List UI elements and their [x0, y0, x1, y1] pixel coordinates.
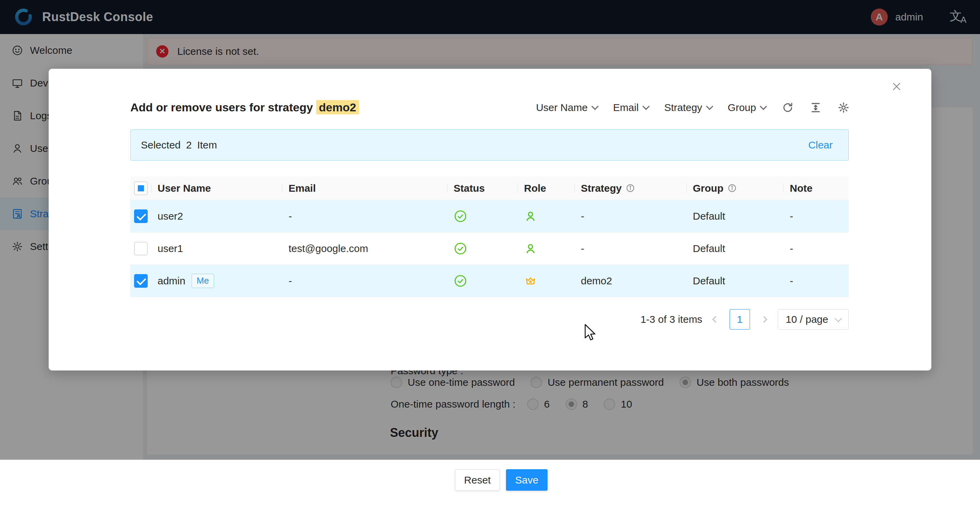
filter-label: Strategy	[664, 102, 702, 113]
check-circle-icon	[453, 242, 467, 255]
reset-button[interactable]: Reset	[455, 469, 500, 491]
check-circle-icon	[453, 274, 467, 288]
filter-label: Group	[728, 102, 756, 113]
cell-group: Default	[687, 265, 784, 297]
user-icon	[524, 242, 537, 255]
select-all-checkbox[interactable]	[134, 182, 148, 195]
selected-label: Selected	[141, 139, 181, 151]
next-page-button[interactable]	[760, 316, 767, 323]
me-badge: Me	[192, 274, 214, 288]
status-enabled-icon	[447, 200, 518, 232]
crown-icon	[524, 275, 537, 287]
filter-group[interactable]: Group	[728, 102, 766, 113]
table-row: admin Me - demo2 Default -	[130, 265, 849, 297]
dialog-title: Add or remove users for strategy demo2	[130, 101, 359, 114]
chevron-down-icon	[760, 102, 767, 110]
role-user-icon	[518, 233, 575, 265]
cell-note: -	[784, 265, 849, 297]
column-height-icon	[810, 102, 822, 114]
selected-item-label: Item	[197, 139, 217, 151]
row-checkbox[interactable]	[134, 242, 148, 255]
refresh-button[interactable]	[782, 102, 794, 114]
refresh-icon	[782, 102, 794, 114]
column-header-strategy: Strategy	[575, 176, 687, 200]
role-admin-icon	[518, 265, 575, 297]
pagination: 1-3 of 3 items 1 10 / page	[640, 309, 849, 330]
pagination-total: 1-3 of 3 items	[640, 314, 702, 325]
filter-email[interactable]: Email	[613, 102, 649, 113]
selection-banner: Selected 2 Item Clear	[130, 129, 849, 161]
check-circle-icon	[453, 209, 467, 223]
filter-label: User Name	[536, 102, 588, 113]
prev-page-button[interactable]	[712, 316, 719, 323]
filter-strategy[interactable]: Strategy	[664, 102, 712, 113]
page-size-select[interactable]: 10 / page	[778, 309, 849, 330]
filter-user-name[interactable]: User Name	[536, 102, 598, 113]
column-header-note: Note	[784, 176, 849, 200]
cell-email: test@google.com	[282, 233, 447, 265]
strategy-name-highlight: demo2	[316, 100, 359, 115]
cell-group: Default	[687, 200, 784, 232]
column-height-button[interactable]	[810, 102, 822, 114]
column-header-role: Role	[518, 176, 575, 200]
info-icon[interactable]	[727, 184, 737, 193]
gear-icon	[837, 102, 850, 114]
dialog-title-text: Add or remove users for strategy	[130, 101, 316, 114]
cell-strategy: -	[575, 200, 687, 232]
mouse-cursor	[582, 323, 598, 342]
save-button[interactable]: Save	[506, 469, 547, 491]
column-header-email: Email	[282, 176, 447, 200]
screen: RustDesk Console A admin 文A Welcome Devi…	[0, 0, 980, 506]
column-header-group: Group	[687, 176, 784, 200]
close-icon[interactable]	[891, 81, 902, 92]
cell-email: -	[282, 200, 447, 232]
status-enabled-icon	[447, 265, 518, 297]
add-remove-users-dialog: Add or remove users for strategy demo2 U…	[49, 69, 931, 370]
chevron-down-icon	[835, 314, 842, 322]
row-checkbox[interactable]	[134, 209, 148, 223]
role-user-icon	[518, 200, 575, 232]
filter-toolbar: User Name Email Strategy Group	[536, 102, 850, 114]
table-header-row: User Name Email Status Role Strategy Gro…	[130, 176, 849, 200]
users-table: User Name Email Status Role Strategy Gro…	[130, 176, 849, 297]
cell-user-name: user1	[151, 233, 282, 265]
selected-count: 2	[186, 139, 192, 151]
info-icon[interactable]	[626, 184, 635, 193]
cell-note: -	[784, 200, 849, 232]
status-enabled-icon	[447, 233, 518, 265]
page-size-value: 10 / page	[786, 314, 828, 325]
chevron-down-icon	[643, 102, 649, 110]
cell-group: Default	[687, 233, 784, 265]
form-footer: Reset Save	[0, 460, 980, 506]
user-icon	[524, 210, 537, 223]
table-settings-button[interactable]	[837, 102, 850, 114]
column-header-status: Status	[447, 176, 518, 200]
row-checkbox[interactable]	[134, 274, 148, 288]
cell-user-name: user2	[151, 200, 282, 232]
cell-user-name: admin Me	[151, 265, 282, 297]
column-header-user-name: User Name	[151, 176, 282, 200]
clear-selection-link[interactable]: Clear	[808, 139, 833, 151]
table-row: user2 - - Default -	[130, 200, 849, 233]
page-1-button[interactable]: 1	[730, 309, 750, 330]
table-row: user1 test@google.com - Default -	[130, 233, 849, 265]
cell-strategy: -	[575, 233, 687, 265]
filter-label: Email	[613, 102, 639, 113]
chevron-down-icon	[592, 102, 598, 110]
chevron-down-icon	[706, 102, 713, 110]
cell-email: -	[282, 265, 447, 297]
cell-note: -	[784, 233, 849, 265]
cell-strategy: demo2	[575, 265, 687, 297]
